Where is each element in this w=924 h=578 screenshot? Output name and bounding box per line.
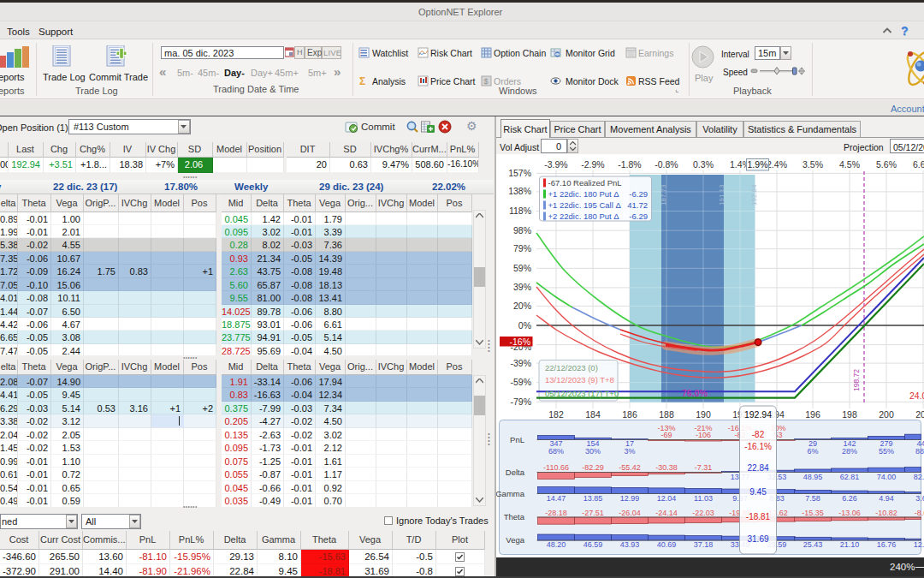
svg-text:62.81: 62.81 [840, 473, 860, 481]
svg-text:30%: 30% [585, 447, 601, 456]
svg-text:0.3%: 0.3% [693, 159, 714, 170]
svg-text:5.6%: 5.6% [876, 159, 897, 170]
svg-text:4.5%: 4.5% [839, 159, 860, 170]
svg-text:Gamma: Gamma [496, 489, 525, 498]
svg-text:138%: 138% [508, 186, 531, 196]
svg-text:+1 22dic. 180 Put Δ: +1 22dic. 180 Put Δ [548, 189, 620, 199]
svg-text:6.6%: 6.6% [913, 159, 924, 170]
svg-text:-30.38: -30.38 [655, 463, 678, 472]
svg-text:76.0%: 76.0% [682, 388, 708, 398]
svg-text:82.46: 82.46 [914, 473, 924, 481]
svg-text:-24.14: -24.14 [655, 509, 678, 517]
svg-text:21.10: 21.10 [840, 540, 860, 549]
svg-text:2.4%: 2.4% [767, 159, 787, 170]
svg-text:-15.35: -15.35 [802, 509, 824, 517]
svg-text:+2 22dic. 180 Put Δ: +2 22dic. 180 Put Δ [548, 212, 620, 221]
svg-text:157%: 157% [508, 168, 531, 178]
svg-text:68%: 68% [548, 447, 564, 456]
svg-text:-39%: -39% [510, 358, 531, 368]
svg-text:190: 190 [696, 409, 711, 420]
svg-text:Theta: Theta [504, 512, 525, 521]
svg-text:11.03: 11.03 [694, 494, 713, 503]
svg-text:-79%: -79% [510, 396, 531, 407]
svg-text:198.72: 198.72 [852, 369, 861, 391]
svg-text:$: $ [484, 77, 489, 86]
svg-text:05/12/2023 (17) T+0: 05/12/2023 (17) T+0 [545, 389, 619, 398]
svg-text:46.59: 46.59 [583, 540, 603, 549]
svg-text:Delta: Delta [506, 468, 525, 477]
svg-text:188: 188 [659, 409, 674, 420]
svg-text:-16.1%: -16.1% [744, 442, 772, 451]
svg-text:6.26: 6.26 [842, 494, 857, 503]
svg-text:3.5%: 3.5% [803, 159, 823, 170]
svg-text:31.69: 31.69 [747, 534, 768, 544]
svg-text:-106: -106 [696, 431, 711, 439]
svg-text:41.72: 41.72 [627, 200, 648, 210]
svg-text:200: 200 [879, 409, 894, 420]
svg-text:-6.29: -6.29 [629, 212, 648, 221]
svg-text:-8.64: -8.64 [915, 509, 924, 517]
svg-text:12.04: 12.04 [657, 494, 677, 503]
svg-text:40.69: 40.69 [657, 540, 677, 549]
svg-text:-82.29: -82.29 [582, 463, 604, 472]
svg-text:59%: 59% [513, 263, 531, 273]
svg-text:-59%: -59% [510, 377, 531, 387]
svg-text:48.95: 48.95 [803, 473, 823, 481]
svg-text:7.58: 7.58 [805, 494, 820, 503]
svg-text:13/12/2023 (9) T+8: 13/12/2023 (9) T+8 [545, 375, 614, 384]
svg-text:79%: 79% [513, 243, 531, 253]
svg-text:12.48: 12.48 [914, 540, 924, 549]
svg-text:-26.04: -26.04 [619, 509, 641, 517]
svg-text:13.85: 13.85 [583, 494, 603, 503]
svg-text:184: 184 [585, 409, 601, 420]
svg-text:6%: 6% [807, 447, 818, 456]
svg-text:39%: 39% [513, 282, 531, 292]
svg-text:74.00: 74.00 [877, 473, 897, 481]
svg-text:25.43: 25.43 [803, 540, 823, 549]
svg-text:-22.03: -22.03 [692, 509, 714, 517]
svg-text:12.99: 12.99 [620, 494, 640, 503]
svg-text:-69: -69 [660, 431, 672, 439]
svg-text:186: 186 [622, 409, 637, 420]
svg-text:118%: 118% [509, 206, 531, 216]
svg-text:-3.9%: -3.9% [544, 159, 567, 170]
svg-text:192.84: 192.84 [750, 184, 758, 206]
svg-text:88%: 88% [915, 447, 924, 456]
svg-text:-82: -82 [752, 430, 765, 439]
svg-text:-7.31: -7.31 [695, 463, 713, 472]
svg-text:0%: 0% [518, 320, 531, 331]
svg-text:-0.8%: -0.8% [654, 159, 678, 170]
svg-text:-16%: -16% [509, 337, 530, 347]
svg-text:3.66: 3.66 [915, 494, 924, 503]
svg-text:191.13: 191.13 [718, 184, 726, 206]
svg-text:-27.51: -27.51 [582, 509, 604, 517]
svg-text:-28.18: -28.18 [545, 509, 567, 517]
svg-text:-67.10 Realized PnL: -67.10 Realized PnL [548, 178, 622, 188]
svg-text:Vega: Vega [506, 535, 524, 545]
svg-text:4.94: 4.94 [879, 494, 894, 503]
svg-text:202: 202 [915, 409, 924, 420]
svg-text:-6.29: -6.29 [629, 189, 648, 199]
svg-text:-2.9%: -2.9% [581, 159, 604, 170]
svg-text:22.84: 22.84 [747, 463, 768, 473]
svg-text:-55.42: -55.42 [619, 463, 641, 472]
svg-text:196: 196 [805, 409, 820, 420]
svg-text:3%: 3% [624, 447, 635, 456]
svg-text:28%: 28% [842, 447, 857, 456]
svg-text:24.0%: 24.0% [909, 390, 924, 401]
svg-text:22/12/2023 (0): 22/12/2023 (0) [545, 363, 598, 372]
svg-text:-110.66: -110.66 [543, 463, 569, 472]
svg-text:1.9%: 1.9% [748, 159, 768, 170]
svg-text:20%: 20% [513, 301, 531, 311]
svg-text:182: 182 [548, 409, 564, 420]
svg-text:-10.82: -10.82 [875, 509, 897, 517]
svg-text:48.20: 48.20 [547, 540, 566, 549]
svg-text:16.76: 16.76 [877, 540, 897, 549]
svg-text:198: 198 [842, 409, 857, 420]
svg-text:98%: 98% [513, 225, 531, 235]
svg-text:192.94: 192.94 [744, 409, 772, 420]
svg-text:14.47: 14.47 [547, 494, 566, 503]
svg-text:Σ: Σ [359, 75, 365, 86]
svg-text:+1 22dic. 195 Call Δ: +1 22dic. 195 Call Δ [548, 200, 622, 210]
svg-text:9.45: 9.45 [749, 487, 767, 497]
